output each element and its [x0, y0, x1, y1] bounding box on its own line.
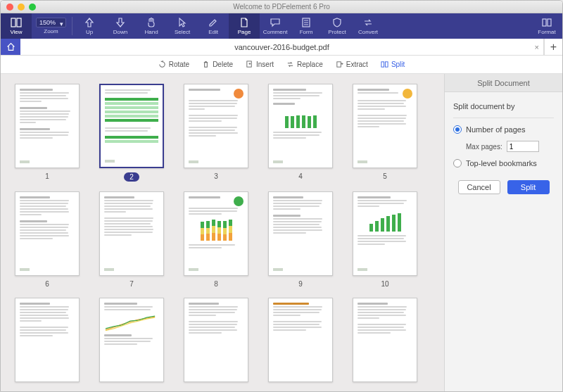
- titlebar: Welcome to PDFelement 6 Pro: [1, 1, 562, 13]
- trash-icon: [202, 61, 210, 68]
- home-tab[interactable]: [1, 39, 20, 55]
- svg-rect-10: [381, 62, 384, 67]
- split-button[interactable]: Split: [507, 180, 550, 194]
- page-thumbnail[interactable]: [99, 84, 164, 168]
- form-tool[interactable]: Form: [291, 13, 322, 39]
- document-tabs: vancouver-2016-budget.pdf × +: [1, 39, 562, 56]
- page-number: 3: [214, 172, 218, 180]
- page-number: 10: [381, 280, 388, 288]
- max-pages-label: Max pages:: [466, 143, 502, 151]
- close-window-button[interactable]: [6, 4, 13, 11]
- add-tab-button[interactable]: +: [544, 39, 562, 55]
- svg-rect-6: [543, 19, 546, 26]
- chevron-down-icon: ▾: [60, 20, 63, 27]
- up-tool[interactable]: Up: [74, 13, 105, 39]
- rotate-icon: [158, 61, 166, 68]
- edit-tool[interactable]: Edit: [198, 13, 229, 39]
- extract-icon: [336, 61, 343, 68]
- page-number: 8: [214, 280, 218, 288]
- radio-icon: [453, 125, 462, 134]
- line-chart-icon: [104, 312, 159, 333]
- svg-rect-1: [17, 18, 21, 27]
- maximize-window-button[interactable]: [29, 4, 36, 11]
- page-thumbnails: 1 2: [1, 74, 444, 391]
- page-number: 2: [124, 172, 139, 182]
- page-actions-bar: Rotate Delete Insert Replace Extract Spl…: [1, 56, 562, 74]
- home-icon: [6, 42, 15, 51]
- page-icon: [239, 17, 250, 28]
- chart-badge-icon: [234, 89, 243, 99]
- down-tool[interactable]: Down: [105, 13, 136, 39]
- rotate-action[interactable]: Rotate: [158, 61, 189, 68]
- insert-icon: [246, 61, 253, 68]
- svg-rect-9: [337, 62, 341, 67]
- protect-tool[interactable]: Protect: [322, 13, 353, 39]
- replace-icon: [286, 61, 294, 68]
- max-pages-input[interactable]: [507, 141, 539, 152]
- page-thumbnail[interactable]: [184, 84, 248, 168]
- extract-action[interactable]: Extract: [336, 61, 368, 68]
- page-number: 9: [298, 280, 303, 288]
- radio-icon: [453, 159, 462, 167]
- page-thumbnail[interactable]: [15, 84, 80, 168]
- page-tool[interactable]: Page: [229, 13, 260, 39]
- page-thumbnail[interactable]: [268, 84, 333, 168]
- page-thumbnail[interactable]: [353, 298, 417, 382]
- comment-tool[interactable]: Comment: [260, 13, 291, 39]
- hand-tool[interactable]: Hand: [136, 13, 167, 39]
- window-title: Welcome to PDFelement 6 Pro: [1, 3, 562, 11]
- svg-rect-0: [11, 18, 15, 27]
- page-number: 6: [45, 280, 49, 288]
- cancel-button[interactable]: Cancel: [458, 180, 500, 194]
- split-icon: [381, 61, 388, 68]
- radio-number-of-pages[interactable]: Number of pages: [453, 125, 554, 134]
- panel-title: Split Document: [445, 74, 562, 92]
- minimize-window-button[interactable]: [18, 4, 25, 11]
- page-thumbnail[interactable]: [184, 298, 248, 382]
- comment-icon: [270, 17, 281, 28]
- svg-rect-11: [385, 62, 388, 67]
- page-thumbnail[interactable]: [353, 191, 417, 276]
- arrow-down-icon: [115, 17, 126, 28]
- form-icon: [301, 17, 312, 28]
- view-icon: [11, 17, 22, 28]
- page-number: 1: [45, 172, 49, 180]
- page-thumbnail[interactable]: [184, 191, 248, 276]
- main-toolbar: View 150% ▾ Zoom Up Down Hand Select: [1, 13, 562, 39]
- convert-tool[interactable]: Convert: [353, 13, 384, 39]
- radio-top-level-bookmarks[interactable]: Top-level bookmarks: [453, 159, 554, 167]
- format-icon: [541, 17, 552, 28]
- replace-action[interactable]: Replace: [286, 61, 323, 68]
- page-number: 4: [298, 172, 303, 180]
- page-thumbnail[interactable]: [15, 191, 80, 276]
- split-panel: Split Document Split document by Number …: [444, 74, 562, 391]
- document-tab[interactable]: vancouver-2016-budget.pdf ×: [20, 39, 544, 55]
- arrow-up-icon: [84, 17, 95, 28]
- split-by-label: Split document by: [453, 102, 554, 110]
- svg-rect-7: [548, 19, 551, 26]
- zoom-tool[interactable]: 150% ▾ Zoom: [32, 13, 70, 39]
- page-thumbnail[interactable]: [99, 191, 164, 276]
- page-thumbnail[interactable]: [353, 84, 417, 168]
- page-number: 7: [129, 280, 134, 288]
- page-thumbnail[interactable]: [268, 191, 333, 276]
- zoom-select[interactable]: 150% ▾: [36, 18, 66, 27]
- hand-icon: [146, 17, 157, 28]
- view-tool[interactable]: View: [1, 13, 32, 39]
- close-tab-button[interactable]: ×: [535, 43, 539, 51]
- page-thumbnail[interactable]: [99, 298, 164, 382]
- format-tool[interactable]: Format: [531, 13, 562, 39]
- page-thumbnail[interactable]: [268, 298, 333, 382]
- chart-badge-icon: [234, 196, 243, 206]
- page-thumbnail[interactable]: [15, 298, 80, 382]
- edit-icon: [208, 17, 219, 28]
- insert-action[interactable]: Insert: [246, 61, 274, 68]
- document-tab-label: vancouver-2016-budget.pdf: [234, 43, 329, 51]
- delete-action[interactable]: Delete: [202, 61, 233, 68]
- convert-icon: [362, 17, 374, 28]
- page-number: 5: [383, 172, 387, 180]
- select-tool[interactable]: Select: [167, 13, 198, 39]
- split-action[interactable]: Split: [381, 61, 405, 68]
- chart-badge-icon: [403, 89, 412, 99]
- cursor-icon: [177, 17, 188, 28]
